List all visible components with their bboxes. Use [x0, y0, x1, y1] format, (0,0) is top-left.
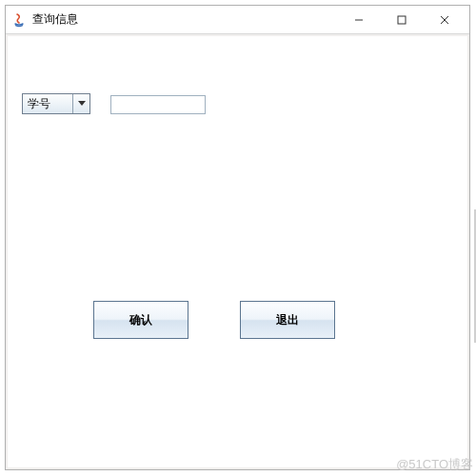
- titlebar: 查询信息: [6, 6, 469, 34]
- maximize-button[interactable]: [380, 7, 423, 33]
- minimize-button[interactable]: [337, 7, 380, 33]
- exit-button[interactable]: 退出: [240, 301, 335, 339]
- java-icon: [11, 12, 27, 28]
- chevron-down-icon: [72, 94, 89, 113]
- svg-marker-4: [78, 101, 86, 106]
- exit-button-label: 退出: [276, 312, 299, 328]
- search-field-combo[interactable]: 学号: [22, 93, 90, 114]
- window-title: 查询信息: [32, 11, 78, 28]
- client-area: 学号 确认 退出: [6, 34, 469, 469]
- confirm-button-label: 确认: [129, 312, 152, 328]
- close-button[interactable]: [423, 7, 466, 33]
- confirm-button[interactable]: 确认: [93, 301, 188, 339]
- search-value-input[interactable]: [110, 95, 206, 114]
- svg-rect-1: [398, 16, 406, 24]
- app-window: 查询信息 学号 确认: [5, 5, 470, 470]
- combo-selected-label: 学号: [23, 96, 72, 112]
- content-panel: 学号 确认 退出: [8, 36, 467, 467]
